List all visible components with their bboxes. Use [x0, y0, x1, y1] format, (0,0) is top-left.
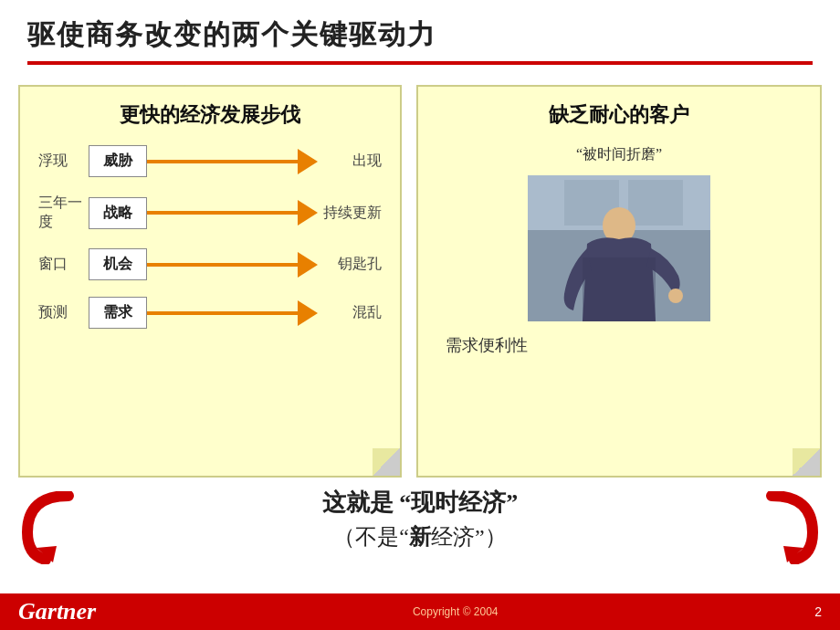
arrow-right-4: [147, 300, 318, 326]
left-curved-arrow: [18, 491, 82, 564]
left-label-1: 浮现: [38, 152, 89, 171]
footer-page-number: 2: [814, 604, 822, 619]
center-label-1: 威胁: [89, 145, 147, 177]
arrow-box-3: 机会: [89, 248, 318, 280]
center-label-4: 需求: [89, 297, 147, 329]
left-panel: 更快的经济发展步伐 浮现 威胁 出现 三年一度 战略 持续更新 窗口 机会: [18, 85, 402, 478]
right-arrow-svg: [758, 491, 822, 564]
quote-text: “被时间折磨”: [436, 145, 802, 164]
right-label-3: 钥匙孔: [318, 255, 382, 274]
bottom-area: 这就是 “现时经济” （不是“新经济”）: [0, 487, 840, 564]
right-label-1: 出现: [318, 152, 382, 171]
bottom-line1-normal: 这就是: [322, 489, 394, 516]
person-image: [528, 175, 710, 321]
footer-copyright: Copyright © 2004: [413, 605, 499, 618]
bottom-line1-bold: “现时经济”: [394, 489, 519, 516]
svg-rect-6: [583, 257, 656, 321]
convenience-label: 需求便利性: [436, 334, 802, 356]
bottom-line2: （不是“新经济”）: [91, 522, 749, 551]
person-svg: [528, 175, 710, 321]
right-panel: 缺乏耐心的客户 “被时间折磨”: [416, 85, 822, 478]
bottom-text: 这就是 “现时经济” （不是“新经济”）: [82, 487, 758, 551]
center-label-2: 战略: [89, 197, 147, 229]
red-divider: [27, 61, 813, 65]
bottom-line2-prefix: （不是“: [333, 525, 409, 549]
svg-rect-3: [628, 180, 683, 226]
arrow-box-1: 威胁: [89, 145, 318, 177]
panels-container: 更快的经济发展步伐 浮现 威胁 出现 三年一度 战略 持续更新 窗口 机会: [0, 85, 840, 478]
left-label-4: 预测: [38, 303, 89, 322]
left-arrow-svg: [18, 491, 82, 564]
arrow-row-2: 三年一度 战略 持续更新: [38, 194, 382, 232]
arrow-row-4: 预测 需求 混乱: [38, 297, 382, 329]
center-label-3: 机会: [89, 248, 147, 280]
header: 驱使商务改变的两个关键驱动力: [0, 0, 840, 85]
page-title: 驱使商务改变的两个关键驱动力: [27, 16, 813, 54]
right-label-4: 混乱: [318, 303, 382, 322]
right-curved-arrow: [758, 491, 822, 564]
person-image-inner: [528, 175, 710, 321]
footer: Gartner Copyright © 2004 2: [0, 593, 840, 630]
right-panel-title: 缺乏耐心的客户: [436, 101, 802, 129]
bottom-line2-suffix: 经济”）: [431, 525, 507, 549]
arrow-right-3: [147, 252, 318, 278]
bottom-line1: 这就是 “现时经济”: [91, 487, 749, 519]
arrow-right-1: [147, 149, 318, 174]
left-label-2: 三年一度: [38, 194, 89, 232]
right-label-2: 持续更新: [318, 204, 382, 223]
bottom-line2-bold: 新: [409, 525, 431, 549]
arrow-box-2: 战略: [89, 197, 318, 229]
arrow-box-4: 需求: [89, 297, 318, 329]
left-panel-title: 更快的经济发展步伐: [38, 101, 382, 129]
arrow-row-1: 浮现 威胁 出现: [38, 145, 382, 177]
arrow-row-3: 窗口 机会 钥匙孔: [38, 248, 382, 280]
left-label-3: 窗口: [38, 255, 89, 274]
arrow-right-2: [147, 200, 318, 226]
svg-point-5: [668, 289, 683, 303]
gartner-logo: Gartner: [18, 598, 96, 625]
